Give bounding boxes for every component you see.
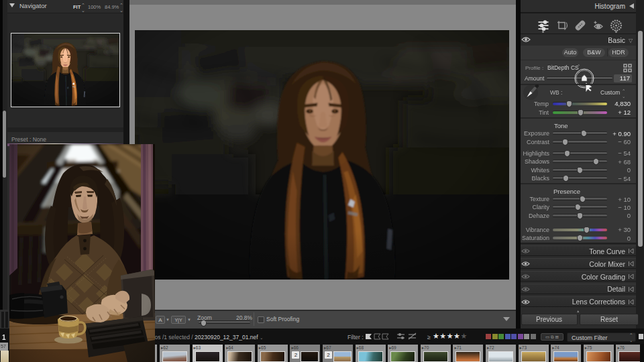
svg-text:≥: ≥ — [427, 334, 431, 341]
